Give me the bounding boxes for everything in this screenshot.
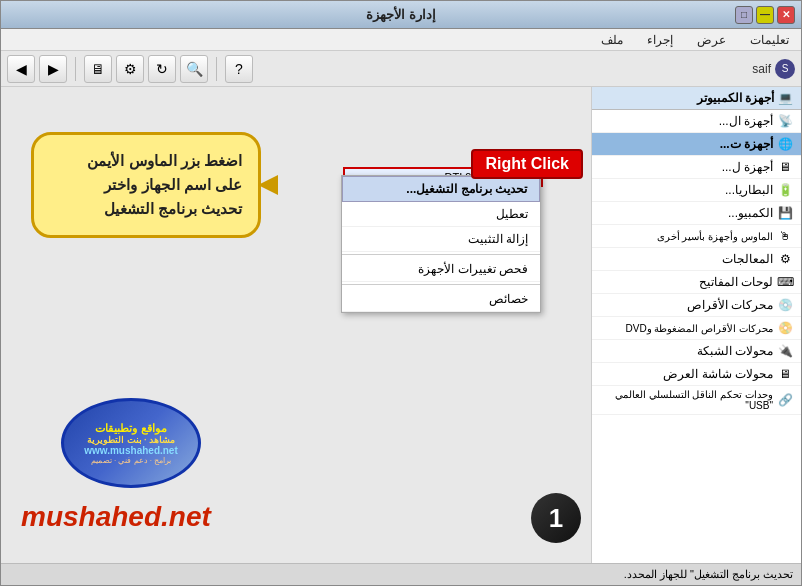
tree-item-dvd[interactable]: 📀 محركات الأقراص المضغوطة وDVD (592, 317, 801, 340)
ctx-uninstall[interactable]: إزالة التثبيت (342, 227, 540, 252)
main-window: ✕ — □ إدارة الأجهزة تعليمات عرض إجراء مل… (0, 0, 802, 586)
main-panel: Right Click DTI 9187 Wireless تحديث برنا… (1, 87, 591, 563)
ctx-update-driver[interactable]: تحديث برنامج التشغيل... (342, 176, 540, 202)
username-label: saif (752, 62, 771, 76)
window-title: إدارة الأجهزة (366, 7, 436, 22)
drive-icon: 💿 (777, 297, 793, 313)
mouse-icon: 🖱 (777, 228, 793, 244)
tree-item[interactable]: 📡 أجهزة ال... (592, 110, 801, 133)
speech-line1: اضغط بزر الماوس الأيمن (87, 152, 242, 169)
menu-help[interactable]: تعليمات (746, 31, 793, 49)
logo-arabic: مواقع وتطبيقات مشاهد · بنت التطويرية (87, 422, 175, 445)
speech-line3: تحديث برنامج التشغيل (104, 200, 242, 217)
speech-bubble: اضغط بزر الماوس الأيمن على اسم الجهاز وا… (31, 132, 261, 238)
scan-button[interactable]: 🔍 (180, 55, 208, 83)
maximize-button[interactable]: □ (735, 6, 753, 24)
minimize-button[interactable]: — (756, 6, 774, 24)
tree-item[interactable]: 🖥 أجهزة ل... (592, 156, 801, 179)
context-menu: تحديث برنامج التشغيل... تعطيل إزالة التث… (341, 175, 541, 313)
window-controls: ✕ — □ (735, 6, 795, 24)
network-adapter-icon: 🔌 (777, 343, 793, 359)
menu-file[interactable]: ملف (597, 31, 627, 49)
toolbar-separator2 (216, 57, 217, 81)
status-bar: تحديث برنامج التشغيل" للجهاز المحدد. (1, 563, 801, 585)
keyboard-icon: ⌨ (777, 274, 793, 290)
logo-sub: برامج · دعم فني · تصميم (91, 456, 172, 465)
usb-icon: 🔗 (777, 392, 793, 408)
dvd-icon: 📀 (777, 320, 793, 336)
tree-item-highlighted[interactable]: 🌐 أجهزة ت... (592, 133, 801, 156)
ctx-disable[interactable]: تعطيل (342, 202, 540, 227)
menu-action[interactable]: إجراء (643, 31, 677, 49)
toolbar: ◀ ▶ 🖥 ⚙ ↻ 🔍 ? saif S (1, 51, 801, 87)
forward-button[interactable]: ▶ (39, 55, 67, 83)
computer-button[interactable]: 🖥 (84, 55, 112, 83)
ctx-properties[interactable]: خصائص (342, 287, 540, 312)
title-bar: ✕ — □ إدارة الأجهزة (1, 1, 801, 29)
toolbar-separator (75, 57, 76, 81)
tree-header: 💻 أجهزة الكمبيوتر (592, 87, 801, 110)
computer-icon: 💾 (777, 205, 793, 221)
tree-item[interactable]: 💾 الكمبيو... (592, 202, 801, 225)
content-area: 💻 أجهزة الكمبيوتر 📡 أجهزة ال... 🌐 أجهزة … (1, 87, 801, 563)
network-icon: 🌐 (777, 136, 793, 152)
tree-item-keyboard[interactable]: ⌨ لوحات المفاتيح (592, 271, 801, 294)
battery-icon: 🔋 (777, 182, 793, 198)
help-button[interactable]: ? (225, 55, 253, 83)
ctx-separator2 (342, 284, 540, 285)
device-icon: 📡 (777, 113, 793, 129)
ctx-scan[interactable]: فحص تغييرات الأجهزة (342, 257, 540, 282)
tree-item-mouse[interactable]: 🖱 الماوس وأجهزة بأسير أخرى (592, 225, 801, 248)
tree-item[interactable]: 🔋 البطاريا... (592, 179, 801, 202)
device-tree: 💻 أجهزة الكمبيوتر 📡 أجهزة ال... 🌐 أجهزة … (591, 87, 801, 563)
speech-line2: على اسم الجهاز واختر (104, 176, 242, 193)
right-click-label: Right Click (471, 149, 583, 179)
number-badge: 1 (531, 493, 581, 543)
update-button[interactable]: ↻ (148, 55, 176, 83)
back-button[interactable]: ◀ (7, 55, 35, 83)
tree-item-processors[interactable]: ⚙ المعالجات (592, 248, 801, 271)
bottom-url: mushahed.net (21, 501, 211, 533)
tree-item-display[interactable]: 🖥 محولات شاشة العرض (592, 363, 801, 386)
user-avatar: S (775, 59, 795, 79)
logo-area: مواقع وتطبيقات مشاهد · بنت التطويرية www… (31, 383, 231, 503)
tree-item-drives[interactable]: 💿 محركات الأقراص (592, 294, 801, 317)
logo-circle: مواقع وتطبيقات مشاهد · بنت التطويرية www… (61, 398, 201, 488)
close-button[interactable]: ✕ (777, 6, 795, 24)
properties-button[interactable]: ⚙ (116, 55, 144, 83)
logo-url: www.mushahed.net (84, 445, 178, 456)
display-icon: 🖥 (777, 366, 793, 382)
menu-bar: تعليمات عرض إجراء ملف (1, 29, 801, 51)
tree-item-usb[interactable]: 🔗 وحدات تحكم الناقل التسلسلي العالمي "US… (592, 386, 801, 415)
device-icon2: 🖥 (777, 159, 793, 175)
status-text: تحديث برنامج التشغيل" للجهاز المحدد. (624, 568, 793, 581)
tree-item-network[interactable]: 🔌 محولات الشبكة (592, 340, 801, 363)
menu-view[interactable]: عرض (693, 31, 730, 49)
ctx-separator (342, 254, 540, 255)
cpu-icon: ⚙ (777, 251, 793, 267)
